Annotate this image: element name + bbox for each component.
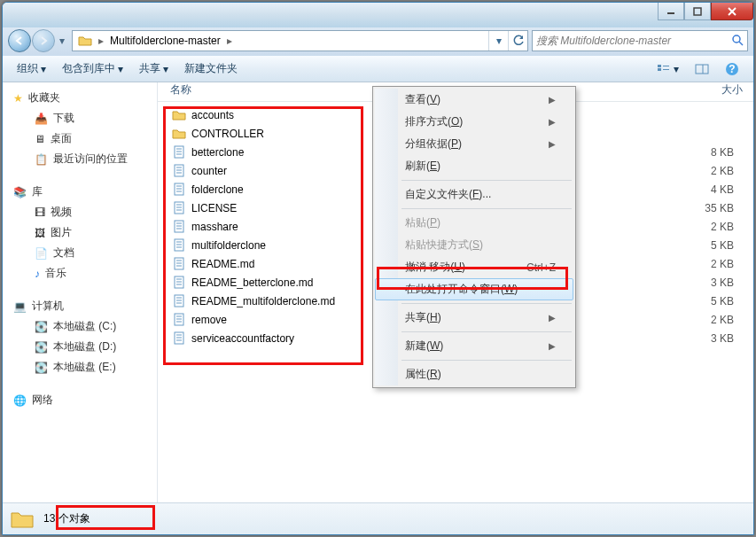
- address-row: ▾ ▸ Multifolderclone-master ▸ ▾ 搜索 Multi…: [3, 27, 753, 56]
- context-menu: 查看(V)▶ 排序方式(O)▶ 分组依据(P)▶ 刷新(E) 自定义文件夹(F)…: [372, 86, 576, 388]
- forward-button[interactable]: [32, 29, 55, 52]
- cm-paste: 粘贴(P): [375, 212, 573, 234]
- nav-history-dropdown[interactable]: ▾: [56, 32, 68, 50]
- file-size: 8 KB: [682, 146, 753, 159]
- star-icon: ★: [13, 92, 23, 105]
- file-name: betterclone: [191, 146, 244, 159]
- svg-rect-7: [658, 68, 661, 71]
- file-name: remove: [191, 314, 227, 326]
- back-button[interactable]: [8, 29, 31, 52]
- file-name: README_betterclone.md: [191, 276, 313, 289]
- file-name: README.md: [191, 258, 254, 270]
- breadcrumb-segment[interactable]: Multifolderclone-master: [110, 35, 221, 47]
- column-size[interactable]: 大小: [682, 82, 753, 101]
- refresh-button[interactable]: [508, 31, 527, 51]
- file-size: 2 KB: [682, 258, 753, 270]
- file-name: counter: [191, 165, 227, 177]
- sidebar-music[interactable]: ♪音乐: [3, 263, 157, 284]
- close-button[interactable]: [711, 3, 753, 20]
- desktop-icon: 🖥: [35, 133, 45, 145]
- search-input[interactable]: 搜索 Multifolderclone-master: [532, 30, 748, 51]
- file-name: multifolderclone: [191, 239, 266, 252]
- file-icon: [172, 276, 186, 290]
- minimize-button[interactable]: [658, 3, 684, 20]
- disk-icon: 💽: [35, 341, 48, 354]
- file-size: 4 KB: [682, 183, 753, 196]
- cm-undo[interactable]: 撤消 移动(U)Ctrl+Z: [375, 256, 573, 278]
- disk-icon: 💽: [35, 321, 48, 333]
- cm-group[interactable]: 分组依据(P)▶: [375, 133, 573, 155]
- sidebar-libraries[interactable]: 📚库: [3, 182, 157, 202]
- file-size: 35 KB: [682, 202, 753, 214]
- svg-rect-1: [694, 8, 701, 15]
- sidebar-disk-e[interactable]: 💽本地磁盘 (E:): [3, 357, 157, 377]
- main-area: ★收藏夹 📥下载 🖥桌面 📋最近访问的位置 📚库 🎞视频 🖼图片 📄文档 ♪音乐…: [3, 82, 753, 502]
- cm-open-cmd[interactable]: 在此处打开命令窗口(W): [375, 278, 573, 300]
- file-name: accounts: [191, 109, 234, 121]
- file-icon: [172, 294, 186, 308]
- sidebar-documents[interactable]: 📄文档: [3, 243, 157, 263]
- cm-view[interactable]: 查看(V)▶: [375, 89, 573, 111]
- file-name: LICENSE: [191, 202, 237, 214]
- sidebar-pictures[interactable]: 🖼图片: [3, 222, 157, 243]
- search-placeholder: 搜索 Multifolderclone-master: [536, 34, 671, 49]
- recent-icon: 📋: [35, 153, 48, 166]
- chevron-down-icon: ▾: [118, 63, 123, 75]
- svg-point-4: [733, 35, 740, 43]
- address-bar[interactable]: ▸ Multifolderclone-master ▸ ▾: [72, 30, 528, 51]
- chevron-right-icon[interactable]: ▸: [224, 35, 235, 47]
- disk-icon: 💽: [35, 362, 48, 374]
- sidebar-disk-c[interactable]: 💽本地磁盘 (C:): [3, 316, 157, 337]
- file-size: 3 KB: [682, 276, 753, 289]
- file-name: folderclone: [191, 183, 244, 196]
- share-menu[interactable]: 共享 ▾: [132, 58, 175, 80]
- picture-icon: 🖼: [35, 227, 45, 239]
- sidebar-network[interactable]: 🌐网络: [3, 390, 157, 410]
- cm-refresh[interactable]: 刷新(E): [375, 155, 573, 177]
- network-icon: 🌐: [13, 394, 27, 407]
- file-size: 3 KB: [682, 332, 753, 345]
- cm-sort[interactable]: 排序方式(O)▶: [375, 111, 573, 133]
- help-button[interactable]: ?: [718, 58, 746, 80]
- preview-pane-button[interactable]: [688, 60, 716, 78]
- sidebar-downloads[interactable]: 📥下载: [3, 108, 157, 128]
- include-menu[interactable]: 包含到库中 ▾: [55, 58, 130, 80]
- folder-icon: [172, 108, 186, 122]
- file-icon: [172, 183, 186, 197]
- sidebar: ★收藏夹 📥下载 🖥桌面 📋最近访问的位置 📚库 🎞视频 🖼图片 📄文档 ♪音乐…: [3, 82, 158, 502]
- titlebar[interactable]: [3, 3, 753, 27]
- column-name[interactable]: 名称: [167, 82, 379, 101]
- explorer-window: ▾ ▸ Multifolderclone-master ▸ ▾ 搜索 Multi…: [2, 2, 754, 535]
- file-name: README_multifolderclone.md: [191, 295, 335, 307]
- file-size: 2 KB: [682, 314, 753, 326]
- file-name: serviceaccountfactory: [191, 332, 294, 345]
- content-pane[interactable]: 名称 大小 accountsCONTROLLERbetterclone8 KBc…: [158, 82, 753, 502]
- dropdown-button[interactable]: ▾: [488, 31, 508, 51]
- sidebar-disk-d[interactable]: 💽本地磁盘 (D:): [3, 337, 157, 357]
- organize-menu[interactable]: 组织 ▾: [10, 58, 53, 80]
- cm-customize[interactable]: 自定义文件夹(F)...: [375, 183, 573, 206]
- view-options-button[interactable]: ▾: [650, 59, 686, 79]
- folder-icon: [10, 507, 35, 532]
- download-icon: 📥: [35, 113, 48, 125]
- sidebar-recent[interactable]: 📋最近访问的位置: [3, 149, 157, 169]
- new-folder-button[interactable]: 新建文件夹: [177, 58, 245, 80]
- cm-share[interactable]: 共享(H)▶: [375, 307, 573, 329]
- sidebar-favorites[interactable]: ★收藏夹: [3, 88, 157, 108]
- sidebar-video[interactable]: 🎞视频: [3, 202, 157, 222]
- cm-properties[interactable]: 属性(R): [375, 363, 573, 385]
- search-icon: [731, 34, 744, 49]
- svg-rect-6: [658, 65, 661, 67]
- cm-new[interactable]: 新建(W)▶: [375, 335, 573, 357]
- cm-paste-shortcut: 粘贴快捷方式(S): [375, 234, 573, 256]
- file-icon: [172, 257, 186, 271]
- folder-icon: [78, 34, 92, 48]
- library-icon: 📚: [13, 186, 27, 198]
- sidebar-desktop[interactable]: 🖥桌面: [3, 128, 157, 149]
- sidebar-computer[interactable]: 💻计算机: [3, 296, 157, 316]
- file-name: masshare: [191, 221, 238, 233]
- toolbar: 组织 ▾ 包含到库中 ▾ 共享 ▾ 新建文件夹 ▾ ?: [3, 56, 753, 82]
- maximize-button[interactable]: [684, 3, 711, 20]
- svg-rect-8: [663, 66, 669, 66]
- file-size: 2 KB: [682, 221, 753, 233]
